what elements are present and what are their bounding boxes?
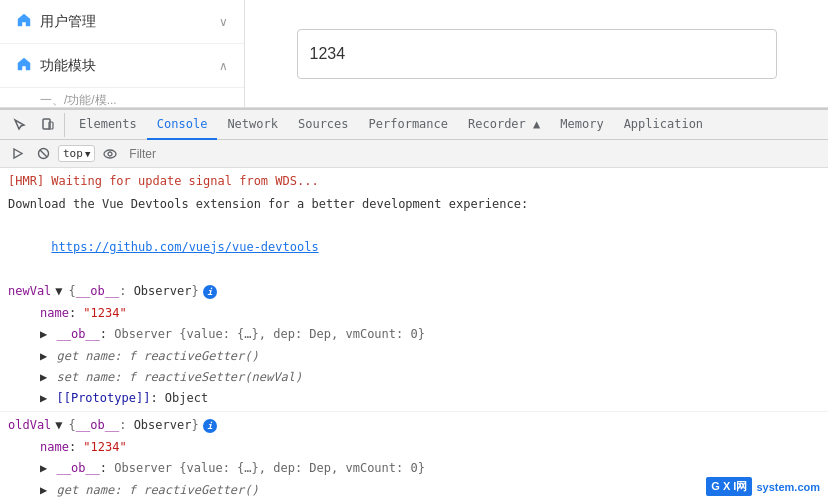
- home-icon-2: [16, 56, 32, 75]
- tab-recorder[interactable]: Recorder ▲: [458, 110, 550, 140]
- eye-icon[interactable]: [99, 143, 121, 165]
- tab-sources[interactable]: Sources: [288, 110, 359, 140]
- hmr-line: [HMR] Waiting for update signal from WDS…: [0, 170, 828, 193]
- device-icon[interactable]: [36, 113, 60, 137]
- watermark-domain: system.com: [756, 481, 820, 493]
- newval-preview: {__ob__: Observer}: [69, 282, 199, 301]
- info-badge-oldval[interactable]: i: [203, 419, 217, 433]
- svg-marker-2: [14, 149, 22, 158]
- main-input[interactable]: [297, 29, 777, 79]
- newval-label: newVal: [8, 282, 51, 301]
- tab-memory[interactable]: Memory: [550, 110, 613, 140]
- app-area: 用户管理 ∨ 功能模块 ∧ 一、/功能/模...: [0, 0, 828, 108]
- arrow-icon-2: ∧: [219, 59, 228, 73]
- oldval-ob-prop[interactable]: ▶ __ob__: Observer {value: {…}, dep: Dep…: [0, 458, 828, 479]
- devtools-tab-list: Elements Console Network Sources Perform…: [69, 110, 713, 140]
- oldval-label: oldVal: [8, 416, 51, 435]
- context-selector[interactable]: top ▼: [58, 145, 95, 162]
- filter-input[interactable]: [125, 145, 822, 163]
- link-line: https://github.com/vuejs/vue-devtools: [0, 216, 828, 278]
- devtools-tabs-bar: Elements Console Network Sources Perform…: [0, 110, 828, 140]
- console-output: [HMR] Waiting for update signal from WDS…: [0, 168, 828, 504]
- expand-arrow: ▼: [55, 282, 62, 301]
- svg-rect-1: [49, 122, 53, 129]
- newval-get-name[interactable]: ▶ get name: f reactiveGetter(): [0, 346, 828, 367]
- oldval-header[interactable]: oldVal ▼ {__ob__: Observer} i: [0, 414, 828, 437]
- newval-prototype[interactable]: ▶ [[Prototype]]: Object: [0, 388, 828, 409]
- newval-group: newVal ▼ {__ob__: Observer} i name: "123…: [0, 278, 828, 412]
- watermark-text: G X I网: [706, 477, 752, 496]
- svg-point-5: [104, 150, 116, 158]
- newval-ob-prop[interactable]: ▶ __ob__: Observer {value: {…}, dep: Dep…: [0, 324, 828, 345]
- sidebar-item-user-mgmt[interactable]: 用户管理 ∨: [0, 0, 244, 44]
- newval-header[interactable]: newVal ▼ {__ob__: Observer} i: [0, 280, 828, 303]
- tab-elements[interactable]: Elements: [69, 110, 147, 140]
- console-toolbar: top ▼: [0, 140, 828, 168]
- watermark: G X I网 system.com: [706, 477, 820, 496]
- play-icon[interactable]: [6, 143, 28, 165]
- oldval-group: oldVal ▼ {__ob__: Observer} i name: "123…: [0, 412, 828, 504]
- info-line: Download the Vue Devtools extension for …: [0, 193, 828, 216]
- newval-set-name[interactable]: ▶ set name: f reactiveSetter(newVal): [0, 367, 828, 388]
- devtools-panel: Elements Console Network Sources Perform…: [0, 108, 828, 504]
- info-badge-newval[interactable]: i: [203, 285, 217, 299]
- tab-performance[interactable]: Performance: [359, 110, 458, 140]
- context-label: top: [63, 147, 83, 160]
- expand-arrow-old: ▼: [55, 416, 62, 435]
- newval-name-prop: name: "1234": [0, 303, 828, 324]
- svg-point-6: [108, 152, 112, 156]
- block-icon[interactable]: [32, 143, 54, 165]
- dropdown-arrow: ▼: [85, 149, 90, 159]
- tab-console[interactable]: Console: [147, 110, 218, 140]
- svg-line-4: [40, 150, 47, 157]
- oldval-get-name[interactable]: ▶ get name: f reactiveGetter(): [0, 480, 828, 501]
- main-content: [245, 0, 828, 107]
- sidebar-item-func-module[interactable]: 功能模块 ∧: [0, 44, 244, 88]
- sidebar: 用户管理 ∨ 功能模块 ∧ 一、/功能/模...: [0, 0, 245, 107]
- tab-application[interactable]: Application: [614, 110, 713, 140]
- oldval-name-prop: name: "1234": [0, 437, 828, 458]
- sidebar-label-func-module: 功能模块: [40, 57, 96, 75]
- inspect-icon[interactable]: [8, 113, 32, 137]
- home-icon-1: [16, 12, 32, 31]
- vue-devtools-link[interactable]: https://github.com/vuejs/vue-devtools: [51, 240, 318, 254]
- oldval-preview: {__ob__: Observer}: [69, 416, 199, 435]
- sidebar-label-user-mgmt: 用户管理: [40, 13, 96, 31]
- tab-network[interactable]: Network: [217, 110, 288, 140]
- arrow-icon-1: ∨: [219, 15, 228, 29]
